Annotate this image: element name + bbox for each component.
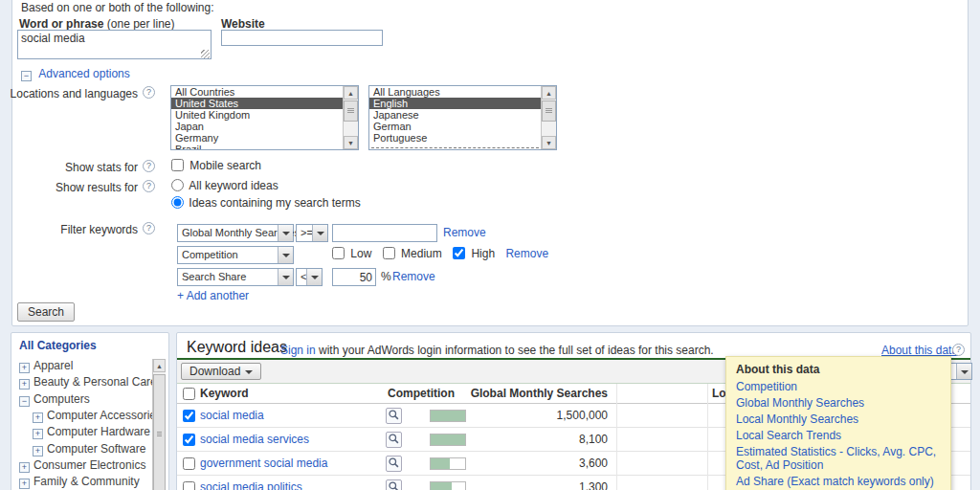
category-item-family-community[interactable]: +Family & Community <box>19 475 140 489</box>
filter-operator-select[interactable]: >= <box>296 224 328 242</box>
scroll-up-icon[interactable]: ▲ <box>153 359 166 372</box>
expand-icon[interactable]: + <box>33 446 43 457</box>
scroll-up-icon[interactable]: ▲ <box>344 86 358 100</box>
tooltip-item-local-monthly-searches[interactable]: Local Monthly Searches <box>736 412 941 426</box>
tooltip-item-competition[interactable]: Competition <box>736 380 941 393</box>
keyword-column-header[interactable]: Keyword <box>200 384 249 404</box>
about-this-data-link[interactable]: About this data <box>881 344 958 357</box>
chevron-down-icon[interactable] <box>306 269 322 285</box>
keyword-link[interactable]: social media politics <box>200 476 302 490</box>
high-checkbox[interactable] <box>453 247 465 259</box>
filter-field-select[interactable]: Competition <box>177 246 294 264</box>
languages-listbox[interactable]: All LanguagesEnglishJapaneseGermanPortug… <box>368 85 557 150</box>
filter-field-select[interactable]: Global Monthly Searches <box>177 224 294 242</box>
category-item-apparel[interactable]: +Apparel <box>19 359 73 373</box>
all-keyword-ideas-radio[interactable] <box>171 179 184 191</box>
chevron-down-icon[interactable] <box>278 247 293 263</box>
help-icon[interactable]: ? <box>952 344 965 356</box>
help-icon[interactable]: ? <box>143 222 155 234</box>
category-item-computer-software[interactable]: +Computer Software <box>33 442 145 457</box>
collapse-icon[interactable]: − <box>21 71 32 81</box>
textarea-resize-grip[interactable] <box>201 50 210 58</box>
categories-scrollbar[interactable]: ▲ <box>152 359 166 490</box>
listbox-option-brazil[interactable]: Brazil <box>171 144 343 150</box>
filter-value-input[interactable] <box>332 224 437 242</box>
low-checkbox[interactable] <box>332 247 345 259</box>
scrollbar-thumb[interactable] <box>344 100 358 122</box>
chevron-down-icon[interactable] <box>312 225 327 241</box>
countries-listbox[interactable]: All CountriesUnited StatesUnited Kingdom… <box>170 85 359 150</box>
expand-icon[interactable]: + <box>19 379 30 390</box>
listbox-scrollbar[interactable]: ▲ ▼ <box>343 86 358 149</box>
tooltip-item-global-monthly-searches[interactable]: Global Monthly Searches <box>736 396 941 410</box>
expand-icon[interactable]: + <box>19 363 30 373</box>
scroll-down-icon[interactable]: ▼ <box>344 136 358 149</box>
website-input[interactable] <box>221 30 383 46</box>
remove-filter-link[interactable]: Remove <box>392 270 435 283</box>
keyword-insights-button[interactable] <box>386 479 402 490</box>
global-searches-column-header[interactable]: Global Monthly Searches <box>455 384 608 404</box>
keyword-insights-button[interactable] <box>386 432 402 448</box>
keyword-insights-button[interactable] <box>386 408 402 424</box>
keyword-link[interactable]: social media services <box>200 428 309 452</box>
ideas-containing-option[interactable]: Ideas containing my search terms <box>171 196 361 210</box>
listbox-option-united-kingdom[interactable]: United Kingdom <box>171 109 343 121</box>
listbox-option-all-languages[interactable]: All Languages <box>369 86 541 98</box>
listbox-option-japanese[interactable]: Japanese <box>369 109 541 121</box>
tooltip-item-local-search-trends[interactable]: Local Search Trends <box>736 429 941 442</box>
row-checkbox[interactable] <box>183 481 195 490</box>
filter-field-select[interactable]: Search Share <box>177 268 294 286</box>
keyword-insights-button[interactable] <box>386 456 402 472</box>
sign-in-link[interactable]: Sign in <box>280 344 316 357</box>
scroll-down-icon[interactable]: ▼ <box>542 136 556 149</box>
collapse-icon[interactable]: − <box>19 396 30 407</box>
row-checkbox[interactable] <box>183 410 195 422</box>
row-checkbox[interactable] <box>183 457 195 470</box>
chevron-down-icon[interactable] <box>956 364 971 379</box>
tooltip-item-estimated-statistics-clicks-av[interactable]: Estimated Statistics - Clicks, Avg. CPC,… <box>736 445 941 472</box>
tooltip-item-ad-share-exact-match-keywords-[interactable]: Ad Share (Exact match keywords only) <box>736 475 941 488</box>
category-item-computer-accessories[interactable]: +Computer Accessories <box>33 409 162 423</box>
advanced-options-label[interactable]: Advanced options <box>38 67 129 80</box>
keyword-link[interactable]: social media <box>200 404 264 428</box>
help-icon[interactable]: ? <box>143 160 155 172</box>
search-button[interactable]: Search <box>17 302 75 322</box>
category-item-consumer-electronics[interactable]: +Consumer Electronics <box>19 458 145 473</box>
select-all-checkbox[interactable] <box>183 388 195 400</box>
listbox-scrollbar[interactable]: ▲ ▼ <box>541 86 556 149</box>
listbox-option-japan[interactable]: Japan <box>171 121 343 132</box>
remove-filter-link[interactable]: Remove <box>505 247 548 260</box>
expand-icon[interactable]: + <box>19 479 30 489</box>
listbox-option-all-countries[interactable]: All Countries <box>171 86 343 98</box>
help-icon[interactable]: ? <box>143 86 155 99</box>
category-item-beauty-personal-care[interactable]: +Beauty & Personal Care <box>19 375 157 390</box>
word-or-phrase-textarea[interactable]: social media <box>17 30 212 59</box>
keyword-link[interactable]: government social media <box>200 452 327 476</box>
listbox-option-germany[interactable]: Germany <box>171 132 343 144</box>
listbox-option-english[interactable]: English <box>369 98 541 109</box>
download-button[interactable]: Download <box>181 363 261 380</box>
remove-filter-link[interactable]: Remove <box>443 226 486 239</box>
ideas-containing-radio[interactable] <box>171 196 184 209</box>
filter-value-input[interactable] <box>332 268 376 286</box>
expand-icon[interactable]: + <box>33 429 43 439</box>
row-checkbox[interactable] <box>183 434 195 446</box>
chevron-down-icon[interactable] <box>278 269 293 285</box>
add-another-link[interactable]: + Add another <box>177 289 249 302</box>
scrollbar-thumb[interactable] <box>153 374 166 490</box>
category-item-computers[interactable]: −Computers <box>19 392 90 407</box>
chevron-down-icon[interactable] <box>278 225 293 241</box>
listbox-option-united-states[interactable]: United States <box>171 98 343 109</box>
mobile-search-checkbox[interactable] <box>171 159 184 171</box>
scroll-up-icon[interactable]: ▲ <box>542 86 556 100</box>
scrollbar-thumb[interactable] <box>542 100 556 122</box>
listbox-option-german[interactable]: German <box>369 121 541 132</box>
expand-icon[interactable]: + <box>19 462 30 473</box>
all-keyword-ideas-option[interactable]: All keyword ideas <box>171 179 278 192</box>
expand-icon[interactable]: + <box>33 412 43 423</box>
advanced-options-toggle[interactable]: − Advanced options <box>21 67 130 81</box>
listbox-option-portuguese[interactable]: Portuguese <box>369 132 541 144</box>
filter-operator-select[interactable]: < <box>296 268 323 286</box>
medium-checkbox[interactable] <box>383 247 395 259</box>
category-item-computer-hardware[interactable]: +Computer Hardware <box>33 425 150 439</box>
